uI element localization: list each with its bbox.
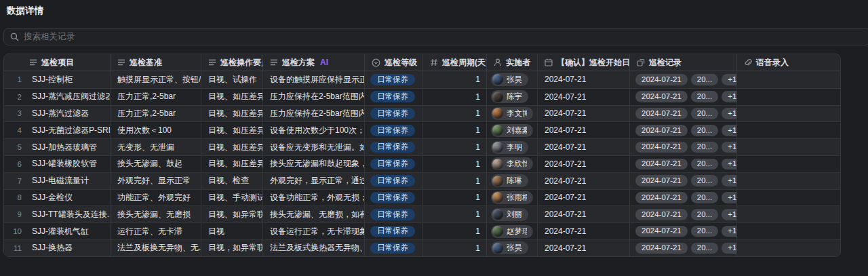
record-pill[interactable]: 20...: [691, 192, 718, 203]
record-pill[interactable]: 20...: [691, 91, 718, 102]
record-pills[interactable]: 2024-07-2120...+1: [630, 190, 737, 206]
cell-points[interactable]: 目视、如异常联...: [201, 206, 263, 222]
cell-date[interactable]: 2024-07-21: [538, 223, 630, 239]
cell-points[interactable]: 目视、试操作: [201, 71, 263, 88]
cell-voice[interactable]: [737, 206, 840, 222]
table-row[interactable]: 4 SJJ-无菌过滤器P-SRF... 使用次数＜100 目视、如压差异... …: [4, 121, 840, 138]
cell-standard[interactable]: 外观完好、显示正常: [111, 173, 201, 189]
table-row[interactable]: 5 SJJ-加热器玻璃管 无变形、无泄漏 目视、如压差异... 设备应无变形和无…: [4, 138, 840, 155]
cell-item[interactable]: SJJ-控制柜: [28, 71, 111, 88]
cell-cycle[interactable]: 1: [423, 223, 487, 239]
record-pill[interactable]: +1: [722, 159, 737, 170]
record-pill[interactable]: 2024-07-21: [635, 192, 688, 203]
cell-points[interactable]: 目视、如压差异...: [201, 139, 263, 155]
cell-points[interactable]: 目视、如压差异...: [201, 156, 263, 172]
cell-item[interactable]: SJJ-无菌过滤器P-SRF...: [28, 122, 111, 138]
table-row[interactable]: 9 SJJ-TT罐装头及连接... 接头无渗漏、无磨损 目视、如异常联... 接…: [4, 205, 840, 222]
cell-date[interactable]: 2024-07-21: [538, 89, 630, 105]
table-row[interactable]: 3 SJJ-蒸汽过滤器 压力正常,2-5bar 目视、如压差异... 压力应保持…: [4, 105, 840, 122]
cell-standard[interactable]: 功能正常、外观完好: [111, 190, 201, 206]
table-row[interactable]: 6 SJJ-罐装橡胶软管 接头无渗漏、鼓起 目视、如压差异... 接头应无渗漏和…: [4, 155, 840, 172]
record-pill[interactable]: 2024-07-21: [635, 159, 688, 170]
record-pill[interactable]: +1: [722, 192, 737, 203]
table-row[interactable]: 1 SJJ-控制柜 触摸屏显示正常、按钮/... 目视、试操作 设备的触摸屏应保…: [4, 71, 840, 88]
table-row[interactable]: 2 SJJ-蒸汽减压阀过滤器 压力正常,2-5bar 目视、如压差异... 压力…: [4, 88, 840, 105]
cell-voice[interactable]: [737, 89, 840, 105]
record-pills[interactable]: 2024-07-2120...+1: [630, 240, 737, 256]
cell-voice[interactable]: [737, 190, 840, 206]
cell-cycle[interactable]: 1: [423, 156, 487, 172]
cell-date[interactable]: 2024-07-21: [538, 206, 630, 222]
record-pills[interactable]: 2024-07-2120...+1: [630, 173, 737, 189]
column-header-standard[interactable]: 巡检基准: [111, 54, 201, 71]
record-pill[interactable]: 2024-07-21: [635, 91, 688, 102]
cell-plan[interactable]: 法兰及板式换热器无异物、...: [263, 240, 365, 256]
cell-cycle[interactable]: 1: [423, 173, 487, 189]
cell-item[interactable]: SJJ-换热器: [28, 240, 111, 256]
cell-cycle[interactable]: 1: [423, 206, 487, 222]
record-pills[interactable]: 2024-07-2120...+1: [630, 139, 737, 155]
cell-level[interactable]: 日常保养: [365, 106, 423, 122]
cell-cycle[interactable]: 1: [423, 240, 487, 256]
cell-cycle[interactable]: 1: [423, 106, 487, 122]
cell-standard[interactable]: 压力正常,2-5bar: [111, 106, 201, 122]
record-pill[interactable]: 2024-07-21: [635, 108, 688, 119]
search-input[interactable]: [24, 32, 864, 41]
record-pills[interactable]: 2024-07-2120...+1: [630, 122, 737, 138]
record-pill[interactable]: 20...: [691, 159, 718, 170]
cell-standard[interactable]: 接头无渗漏、无磨损: [111, 206, 201, 222]
cell-item[interactable]: SJJ-金检仪: [28, 190, 111, 206]
record-pill[interactable]: 20...: [691, 125, 718, 136]
record-pills[interactable]: 2024-07-2120...+1: [630, 106, 737, 122]
cell-item[interactable]: SJJ-TT罐装头及连接...: [28, 206, 111, 222]
cell-implementer[interactable]: 张昊: [487, 71, 538, 88]
record-pills[interactable]: 2024-07-2120...+1: [630, 89, 737, 105]
cell-item[interactable]: SJJ-加热器玻璃管: [28, 139, 111, 155]
cell-plan[interactable]: 压力应保持在2-5bar范围内...: [263, 106, 365, 122]
record-pill[interactable]: +1: [722, 125, 737, 136]
search-bar[interactable]: [3, 28, 868, 45]
cell-item[interactable]: SJJ-灌装机气缸: [28, 223, 111, 239]
column-header-records[interactable]: 巡检记录: [630, 54, 737, 71]
cell-standard[interactable]: 使用次数＜100: [111, 122, 201, 138]
record-pill[interactable]: 2024-07-21: [635, 243, 688, 254]
cell-cycle[interactable]: 1: [423, 89, 487, 105]
record-pill[interactable]: 2024-07-21: [635, 142, 688, 153]
cell-date[interactable]: 2024-07-21: [538, 71, 630, 88]
cell-points[interactable]: 目视、检查: [201, 173, 263, 189]
record-pill[interactable]: +1: [722, 142, 737, 153]
record-pill[interactable]: +1: [722, 226, 737, 237]
cell-plan[interactable]: 接头无渗漏、无磨损，如有...: [263, 206, 365, 222]
cell-cycle[interactable]: 1: [423, 122, 487, 138]
table-row[interactable]: 10 SJJ-灌装机气缸 运行正常、无卡滞 目视 设备运行正常，无卡滞现象。 日…: [4, 222, 840, 239]
cell-standard[interactable]: 无变形、无泄漏: [111, 139, 201, 155]
cell-implementer[interactable]: 张雨桐: [487, 190, 538, 206]
cell-plan[interactable]: 设备功能正常，外观无损；...: [263, 190, 365, 206]
record-pill[interactable]: 20...: [691, 243, 718, 254]
record-pill[interactable]: +1: [722, 175, 737, 186]
cell-level[interactable]: 日常保养: [365, 139, 423, 155]
record-pill[interactable]: 2024-07-21: [635, 226, 688, 237]
cell-plan[interactable]: 外观完好，显示正常，通过...: [263, 173, 365, 189]
cell-plan[interactable]: 设备使用次数少于100次；...: [263, 122, 365, 138]
record-pills[interactable]: 2024-07-2120...+1: [630, 156, 737, 172]
record-pill[interactable]: 20...: [691, 108, 718, 119]
cell-plan[interactable]: 压力应保持在2-5bar范围内...: [263, 89, 365, 105]
column-header-implementer[interactable]: 实施者: [487, 54, 538, 71]
record-pill[interactable]: +1: [722, 74, 737, 85]
record-pill[interactable]: 2024-07-21: [635, 74, 688, 85]
cell-level[interactable]: 日常保养: [365, 156, 423, 172]
cell-voice[interactable]: [737, 139, 840, 155]
cell-standard[interactable]: 触摸屏显示正常、按钮/...: [111, 71, 201, 88]
cell-implementer[interactable]: 陈琳: [487, 173, 538, 189]
cell-item[interactable]: SJJ-罐装橡胶软管: [28, 156, 111, 172]
cell-points[interactable]: 目视、如压差异...: [201, 89, 263, 105]
record-pill[interactable]: +1: [722, 209, 737, 220]
record-pill[interactable]: +1: [722, 108, 737, 119]
table-row[interactable]: 7 SJJ-电磁流量计 外观完好、显示正常 目视、检查 外观完好，显示正常，通过…: [4, 172, 840, 189]
cell-points[interactable]: 目视、如压差异...: [201, 122, 263, 138]
cell-date[interactable]: 2024-07-21: [538, 240, 630, 256]
cell-date[interactable]: 2024-07-21: [538, 173, 630, 189]
cell-implementer[interactable]: 李明: [487, 139, 538, 155]
cell-plan[interactable]: 设备运行正常，无卡滞现象。: [263, 223, 365, 239]
